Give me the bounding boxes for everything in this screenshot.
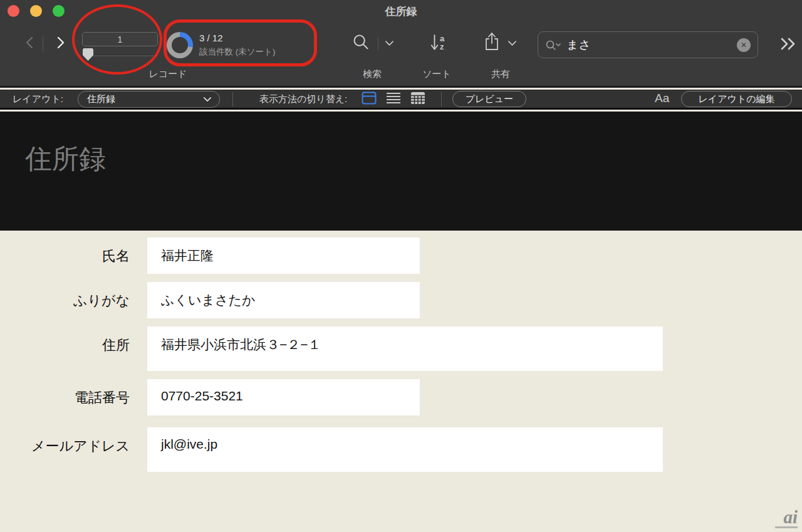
field-input[interactable]: 0770-25-3521 <box>147 379 420 415</box>
field-value: 0770-25-3521 <box>147 379 420 404</box>
record-slider-track[interactable] <box>84 55 158 56</box>
toolbar: 住所録 レコード 3 / 12 該当件数 (未ソート) <box>0 0 802 88</box>
record-number-box[interactable] <box>82 32 158 46</box>
record-slider-thumb[interactable] <box>83 48 93 61</box>
sort-label: ソート <box>417 68 456 80</box>
chevron-down-icon <box>385 38 394 49</box>
field-label: ふりがな <box>0 282 130 318</box>
view-switch-label: 表示方法の切り替え: <box>259 93 347 105</box>
share-menu-button[interactable] <box>506 39 518 47</box>
field-label: 住所 <box>0 326 130 371</box>
form-view-button[interactable] <box>362 93 377 106</box>
share-button[interactable] <box>482 31 501 54</box>
watermark: ai <box>775 509 798 528</box>
field-row: ふりがな ふくいまさたか <box>0 282 802 318</box>
found-count: 3 / 12 <box>199 33 223 43</box>
find-divider <box>378 37 378 51</box>
chevron-down-icon <box>203 96 212 102</box>
close-icon: ✕ <box>741 41 747 50</box>
field-input[interactable]: 福井正隆 <box>147 237 420 274</box>
field-value: 福井正隆 <box>147 237 420 264</box>
sort-az-icon: a z <box>430 33 444 52</box>
clear-search-button[interactable]: ✕ <box>737 38 751 52</box>
list-view-button[interactable] <box>386 93 401 106</box>
record-label: レコード <box>143 68 193 80</box>
formatting-bar-button[interactable]: Aa <box>655 91 669 105</box>
preview-button[interactable]: プレビュー <box>452 91 526 107</box>
field-value: ふくいまさたか <box>147 282 420 309</box>
find-button[interactable] <box>351 33 371 53</box>
chevron-left-icon <box>24 36 34 52</box>
field-input[interactable]: ふくいまさたか <box>147 282 420 318</box>
find-menu-button[interactable] <box>383 39 395 47</box>
table-view-icon <box>410 91 425 107</box>
quick-find-field[interactable]: ✕ <box>538 31 758 58</box>
layout-header-title: 住所録 <box>25 141 106 177</box>
share-icon <box>484 31 500 54</box>
toolbar-overflow-button[interactable] <box>779 36 797 54</box>
layout-label: レイアウト: <box>13 93 63 105</box>
edit-layout-button[interactable]: レイアウトの編集 <box>681 91 792 107</box>
search-menu-icon[interactable] <box>545 39 561 51</box>
field-input[interactable]: jkl@ive.jp <box>147 427 663 472</box>
share-label: 共有 <box>490 68 511 80</box>
layout-bar-divider <box>441 92 442 107</box>
field-label: メールアドレス <box>0 427 130 472</box>
quick-find-input[interactable] <box>566 38 737 52</box>
table-view-button[interactable] <box>410 93 425 106</box>
chevron-right-icon <box>56 36 66 52</box>
sort-button[interactable]: a z <box>426 32 449 53</box>
record-number-input[interactable] <box>83 33 157 46</box>
window-title: 住所録 <box>0 4 802 19</box>
watermark-logo: ai <box>775 509 798 525</box>
field-label: 電話番号 <box>0 379 130 415</box>
double-chevron-right-icon <box>779 43 797 53</box>
found-set-pie-chart[interactable] <box>167 32 193 58</box>
close-window-button[interactable] <box>8 5 19 17</box>
field-label: 氏名 <box>0 237 130 274</box>
field-row: 氏名 福井正隆 <box>0 237 802 274</box>
field-row: メールアドレス jkl@ive.jp <box>0 427 802 472</box>
find-label: 検索 <box>355 68 390 80</box>
field-row: 電話番号 0770-25-3521 <box>0 379 802 415</box>
form-view-icon <box>362 91 377 107</box>
record-form: 氏名 福井正隆 ふりがな ふくいまさたか 住所 福井県小浜市北浜３−２−１ 電話… <box>0 231 802 532</box>
field-input[interactable]: 福井県小浜市北浜３−２−１ <box>147 326 663 371</box>
layout-selector-dropdown[interactable]: 住所録 <box>78 91 220 108</box>
previous-record-button[interactable] <box>21 35 38 53</box>
search-icon <box>352 33 370 53</box>
form-fields: 氏名 福井正隆 ふりがな ふくいまさたか 住所 福井県小浜市北浜３−２−１ 電話… <box>0 237 802 472</box>
field-value: jkl@ive.jp <box>147 427 663 452</box>
nav-divider <box>43 36 43 51</box>
filemaker-window: 住所録 レコード 3 / 12 該当件数 (未ソート) <box>0 0 802 532</box>
minimize-window-button[interactable] <box>30 5 42 17</box>
field-row: 住所 福井県小浜市北浜３−２−１ <box>0 326 802 371</box>
layout-selected-value: 住所録 <box>87 93 203 105</box>
layout-bar: レイアウト: 住所録 表示方法の切り替え: <box>0 90 802 110</box>
layout-bar-divider <box>232 92 233 107</box>
next-record-button[interactable] <box>53 35 69 53</box>
chevron-down-icon <box>508 38 517 49</box>
list-view-icon <box>386 91 401 107</box>
zoom-window-button[interactable] <box>53 5 65 17</box>
field-value: 福井県小浜市北浜３−２−１ <box>147 326 663 353</box>
sort-letter-z: z <box>440 43 444 51</box>
layout-header-band: 住所録 <box>0 112 802 231</box>
found-status: 該当件数 (未ソート) <box>199 46 275 58</box>
